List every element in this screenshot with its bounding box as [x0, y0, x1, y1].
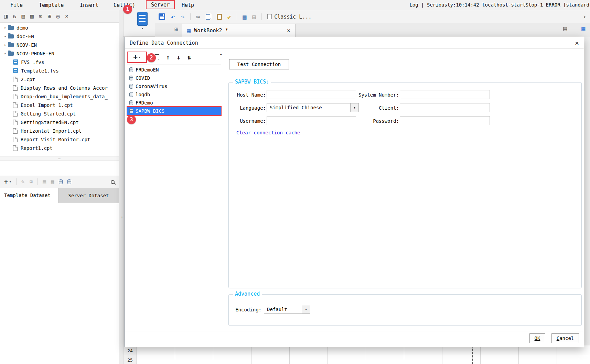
- undo-button[interactable]: ↶: [171, 13, 175, 21]
- database-icon: [129, 100, 133, 105]
- tab-template-dataset[interactable]: Template Dataset: [0, 188, 58, 203]
- tab-server-dataset[interactable]: Server Dataset: [58, 188, 119, 203]
- language-select[interactable]: Simplified Chinese ▾: [267, 103, 359, 112]
- new-workbook-icon[interactable]: ⊞: [174, 26, 178, 32]
- tree-item-file[interactable]: GettingStartedEN.cpt: [0, 118, 119, 126]
- toolbar-overflow-chevron-icon[interactable]: ›: [582, 13, 587, 20]
- tree-item-folder[interactable]: ▸ NCOV-EN: [0, 41, 119, 49]
- preview-icon[interactable]: ▤: [22, 13, 25, 19]
- save-button[interactable]: [159, 13, 165, 20]
- dialog-close-icon[interactable]: ×: [575, 39, 579, 47]
- expand-arrow-icon[interactable]: ▸: [3, 34, 8, 38]
- menu-server[interactable]: Server: [146, 0, 175, 9]
- chevron-down-icon[interactable]: ▾: [350, 103, 358, 112]
- add-dataset-icon[interactable]: +: [4, 179, 8, 185]
- tree-panel-splitter[interactable]: =: [0, 156, 119, 161]
- tab-close-icon[interactable]: ×: [287, 27, 290, 34]
- sort-icon[interactable]: ⇅: [187, 54, 191, 61]
- panel-collapse-icon[interactable]: ◂: [220, 52, 222, 56]
- tree-item-file[interactable]: Getting Started.cpt: [0, 109, 119, 118]
- expand-arrow-icon[interactable]: ▸: [3, 43, 8, 47]
- add-dataset-caret-icon[interactable]: ▾: [9, 180, 11, 184]
- encoding-selected-value: Default: [264, 307, 302, 312]
- ok-label: OK: [535, 335, 540, 341]
- move-down-icon[interactable]: ↓: [177, 54, 181, 61]
- client-input[interactable]: [400, 103, 490, 112]
- template-folder-icon[interactable]: ▦: [30, 13, 34, 19]
- connection-item[interactable]: CoronaVirus: [127, 82, 221, 90]
- search-icon[interactable]: [111, 180, 115, 184]
- switch-pane-icon[interactable]: ◨: [4, 13, 8, 19]
- tree-item-file[interactable]: Excel Import 1.cpt: [0, 101, 119, 109]
- host-name-input[interactable]: [267, 90, 356, 99]
- menu-help[interactable]: Help: [182, 2, 194, 8]
- connection-item-selected[interactable]: SAPBW BICS: [127, 107, 221, 115]
- sidebar-splitter[interactable]: ⋮: [119, 10, 124, 364]
- refresh-icon[interactable]: ↻: [13, 13, 16, 19]
- tree-item-file[interactable]: Report Visit Monitor.cpt: [0, 135, 119, 144]
- connection-item[interactable]: FRDemoEN: [127, 66, 221, 74]
- toolbar-divider: [261, 13, 262, 20]
- cancel-button[interactable]: Cancel: [551, 333, 579, 343]
- clear-connection-cache-link[interactable]: Clear connection cache: [236, 130, 300, 135]
- connection-item[interactable]: COVID: [127, 74, 221, 82]
- system-number-input[interactable]: [400, 90, 490, 99]
- chevron-down-icon[interactable]: ▾: [302, 305, 310, 313]
- tree-item-file[interactable]: 2.cpt: [0, 75, 119, 84]
- expand-arrow-icon[interactable]: ▸: [3, 25, 8, 30]
- tree-item-file[interactable]: Display Rows and Columns Accor: [0, 84, 119, 92]
- ok-button[interactable]: OK: [529, 333, 545, 343]
- add-connection-button[interactable]: + ▾: [127, 52, 147, 63]
- tree-item-folder[interactable]: ▸ demo: [0, 23, 119, 32]
- merge-cell-icon[interactable]: ⊞: [252, 13, 256, 21]
- expand-arrow-icon[interactable]: ▸: [3, 51, 8, 56]
- tree-item-file[interactable]: Report1.cpt: [0, 144, 119, 152]
- grid-view-icon[interactable]: ▦: [581, 25, 585, 32]
- database-icon: [129, 76, 133, 80]
- password-input[interactable]: [400, 116, 490, 125]
- cut-button[interactable]: ✂: [196, 13, 200, 21]
- workbook-icon: ▦: [187, 27, 191, 34]
- copy-icon[interactable]: ⊞: [47, 13, 51, 19]
- sidebar-toolbar: ◨ ↻ ▤ ▦ ⌧ ⊞ ◎ ×: [0, 10, 119, 23]
- tab-workbook2[interactable]: ▦ WorkBook2 * ×: [182, 24, 296, 37]
- tree-item-folder[interactable]: ▸ doc-EN: [0, 32, 119, 41]
- close-icon[interactable]: ×: [65, 13, 68, 19]
- menu-insert[interactable]: Insert: [80, 2, 98, 8]
- copy-button[interactable]: [206, 14, 211, 20]
- menu-template[interactable]: Template: [39, 2, 64, 8]
- database-icon[interactable]: [67, 179, 71, 184]
- delete-icon[interactable]: ⌧: [39, 13, 42, 19]
- cell-edit-icon[interactable]: ▦: [243, 13, 246, 21]
- connection-list: FRDemoEN COVID CoronaVirus logdb FRDemo …: [127, 65, 221, 328]
- tab-label: Template Dataset: [4, 192, 51, 199]
- move-up-icon[interactable]: ↑: [166, 54, 170, 61]
- tree-item-file[interactable]: Drop-down_box_implements_data_: [0, 92, 119, 101]
- format-painter-button[interactable]: ✔: [227, 13, 231, 21]
- redo-button[interactable]: ↷: [181, 13, 185, 21]
- edit-dataset-icon[interactable]: ✎: [21, 179, 25, 185]
- username-input[interactable]: [267, 116, 356, 125]
- template-web-attributes-button[interactable]: ▾: [135, 12, 150, 35]
- page-setup-icon[interactable]: ▤: [563, 25, 567, 32]
- preview-dataset-icon[interactable]: ▤: [43, 179, 46, 185]
- tree-item-file[interactable]: Horizontal Import.cpt: [0, 126, 119, 135]
- connection-item[interactable]: FRDemo: [127, 99, 221, 107]
- tree-item-file[interactable]: FVS .fvs: [0, 58, 119, 66]
- sheet-grid[interactable]: [137, 345, 590, 364]
- test-connection-button[interactable]: Test Connection: [229, 59, 289, 69]
- tree-item-file[interactable]: Template1.fvs: [0, 66, 119, 75]
- tree-item-folder[interactable]: ▸ NCOV-PHONE-EN: [0, 49, 119, 58]
- connection-item[interactable]: logdb: [127, 90, 221, 99]
- menu-file[interactable]: File: [10, 2, 23, 8]
- database-icon[interactable]: [59, 179, 63, 184]
- dataset-settings-icon[interactable]: ▦: [51, 179, 54, 185]
- paste-button[interactable]: [217, 14, 222, 20]
- dialog-title-bar[interactable]: Define Data Connection ×: [125, 37, 584, 49]
- style-dropdown[interactable]: Classic L...: [267, 14, 311, 20]
- row-header-25[interactable]: 25: [124, 356, 137, 364]
- delete-dataset-icon[interactable]: ⌧: [30, 179, 33, 185]
- locate-icon[interactable]: ◎: [56, 13, 60, 19]
- dialog-footer: OK Cancel: [125, 331, 584, 347]
- encoding-select[interactable]: Default ▾: [264, 305, 310, 314]
